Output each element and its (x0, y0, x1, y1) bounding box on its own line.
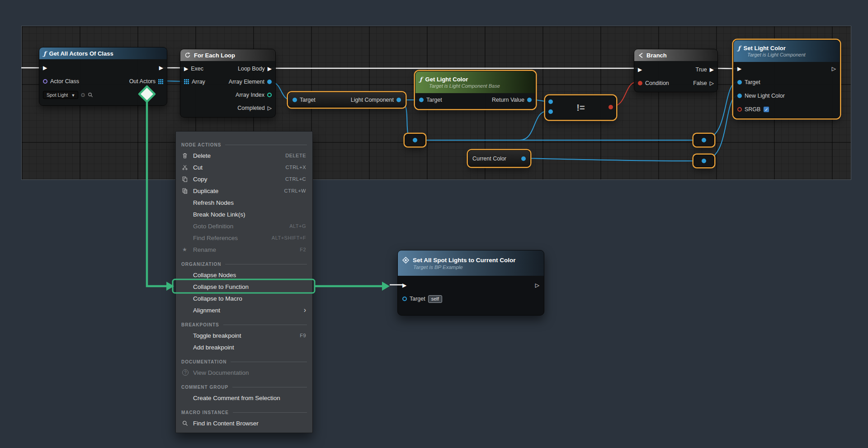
target-pin[interactable] (402, 297, 407, 301)
return-value-pin[interactable] (527, 98, 532, 102)
actor-class-pin[interactable] (43, 79, 47, 84)
pin-label: Return Value (492, 97, 524, 103)
menu-item-find-in-content-browser[interactable]: Find in Content Browser (176, 417, 312, 429)
pin-label: Exec (191, 66, 203, 72)
target-pin[interactable] (419, 98, 424, 102)
pin-label: New Light Color (745, 93, 785, 99)
function-icon: ƒ (43, 51, 46, 57)
pin-label: Condition (645, 80, 669, 86)
target-pin[interactable] (737, 80, 742, 85)
reroute-pin[interactable] (702, 138, 706, 142)
menu-item-cut[interactable]: Cut CTRL+X (176, 161, 312, 173)
menu-item-collapse-to-function[interactable]: Collapse to Function (176, 281, 312, 292)
node-title: Get All Actors Of Class (49, 50, 113, 57)
srgb-checkbox[interactable] (763, 106, 769, 113)
exec-out-pin[interactable]: ▶ (159, 65, 163, 71)
menu-item-add-breakpoint[interactable]: Add breakpoint (176, 341, 312, 353)
bool-result-pin[interactable] (609, 105, 613, 109)
function-icon: ƒ (738, 45, 741, 51)
exec-in-pin[interactable]: ▶ (184, 66, 188, 71)
node-current-color[interactable]: Current Color (468, 150, 530, 167)
exec-in-pin[interactable]: ▶ (43, 65, 47, 71)
node-subtitle: Target is BP Example (413, 264, 539, 270)
exec-in-pin[interactable]: ▶ (402, 283, 406, 288)
menu-section-header: ORGANIZATION (176, 255, 312, 269)
reroute-pin[interactable] (702, 159, 706, 163)
pin-label: Actor Class (50, 78, 79, 85)
target-pin[interactable] (292, 98, 297, 102)
light-component-pin[interactable] (396, 98, 401, 102)
node-header: For Each Loop (180, 49, 275, 61)
menu-item-refresh-nodes[interactable]: Refresh Nodes (176, 197, 312, 208)
use-selected-icon[interactable]: ⊙ (81, 92, 85, 98)
reroute-pin[interactable] (413, 138, 417, 142)
completed-exec-pin[interactable]: ▷ (268, 105, 272, 111)
node-for-each-loop[interactable]: For Each Loop ▶ Exec Array Loop Body ▶ A… (180, 49, 276, 118)
menu-item-collapse-nodes[interactable]: Collapse Nodes (176, 269, 312, 281)
function-icon: ƒ (420, 76, 422, 82)
node-title: Get Light Color (425, 76, 468, 83)
node-not-equal[interactable]: != (545, 95, 616, 120)
menu-item-collapse-to-macro[interactable]: Collapse to Macro (176, 292, 312, 304)
menu-section-header: COMMENT GROUP (176, 378, 312, 392)
collapsed-graph-icon (402, 257, 409, 264)
node-set-light-color[interactable]: ƒ Set Light Color Target is Light Compon… (733, 40, 840, 118)
node-get-all-actors-of-class[interactable]: ƒ Get All Actors Of Class ▶ ▶ Actor Clas… (39, 47, 167, 106)
true-exec-pin[interactable]: ▶ (710, 67, 714, 72)
menu-section-header: DOCUMENTATION (176, 353, 312, 367)
exec-out-pin[interactable]: ▷ (832, 66, 836, 71)
pin-label: Target (745, 79, 760, 85)
reroute-node[interactable] (405, 134, 425, 146)
out-actors-array-pin[interactable] (158, 79, 163, 84)
actor-class-dropdown[interactable]: Spot Light ▾ (43, 91, 78, 99)
node-header: Branch (634, 49, 717, 61)
node-branch[interactable]: Branch ▶ True ▶ Condition False ▷ (634, 49, 718, 92)
chevron-down-icon: ▾ (72, 92, 74, 98)
search-icon (182, 420, 193, 426)
menu-item-delete[interactable]: Delete DELETE (176, 150, 312, 161)
node-title: For Each Loop (194, 52, 235, 59)
reroute-node[interactable] (693, 155, 714, 167)
node-get-light-color[interactable]: ƒ Get Light Color Target is Light Compon… (415, 71, 536, 109)
current-color-pin[interactable] (521, 156, 526, 161)
reroute-node[interactable] (693, 134, 714, 146)
pin-label: False (693, 80, 707, 86)
variable-label: Current Color (472, 156, 506, 162)
loop-icon (184, 52, 191, 58)
input-a-pin[interactable] (548, 99, 553, 104)
node-title: Set Light Color (744, 45, 786, 52)
input-b-pin[interactable] (548, 109, 553, 114)
pin-label: True (696, 66, 707, 73)
false-exec-pin[interactable]: ▷ (710, 80, 714, 86)
node-get-light-component[interactable]: Target Light Component (288, 92, 406, 108)
exec-in-pin[interactable]: ▶ (638, 67, 642, 72)
menu-item-copy[interactable]: Copy CTRL+C (176, 173, 312, 185)
exec-in-pin[interactable]: ▶ (737, 66, 741, 71)
pin-label: Completed (237, 105, 264, 111)
array-index-pin[interactable] (267, 93, 272, 97)
menu-item-rename: ★ Rename F2 (176, 244, 312, 255)
menu-item-toggle-breakpoint[interactable]: Toggle breakpoint F9 (176, 330, 312, 341)
loop-body-exec-pin[interactable]: ▶ (268, 66, 272, 71)
array-pin[interactable] (184, 79, 189, 84)
srgb-pin[interactable] (737, 107, 742, 112)
menu-item-alignment[interactable]: Alignment › (176, 304, 312, 316)
context-menu: NODE ACTIONS Delete DELETE Cut CTRL+X Co… (175, 131, 313, 433)
actor-class-value: Spot Light (47, 92, 68, 98)
array-element-pin[interactable] (267, 80, 272, 84)
condition-pin[interactable] (638, 81, 642, 85)
cut-icon (182, 165, 193, 170)
menu-item-duplicate[interactable]: Duplicate CTRL+W (176, 185, 312, 197)
node-set-all-spot-lights-to-current-color[interactable]: Set All Spot Lights to Current Color Tar… (397, 250, 544, 316)
browse-icon[interactable] (88, 92, 93, 98)
pin-label: Out Actors (129, 78, 156, 85)
not-equal-operator: != (576, 103, 585, 113)
new-light-color-pin[interactable] (737, 94, 742, 98)
menu-item-create-comment[interactable]: Create Comment from Selection (176, 392, 312, 404)
star-icon: ★ (182, 246, 193, 253)
trash-icon (182, 153, 193, 159)
self-badge: self (428, 295, 442, 303)
exec-out-pin[interactable]: ▷ (535, 283, 539, 288)
node-header: ƒ Get All Actors Of Class (39, 47, 167, 59)
menu-item-break-node-links[interactable]: Break Node Link(s) (176, 208, 312, 220)
